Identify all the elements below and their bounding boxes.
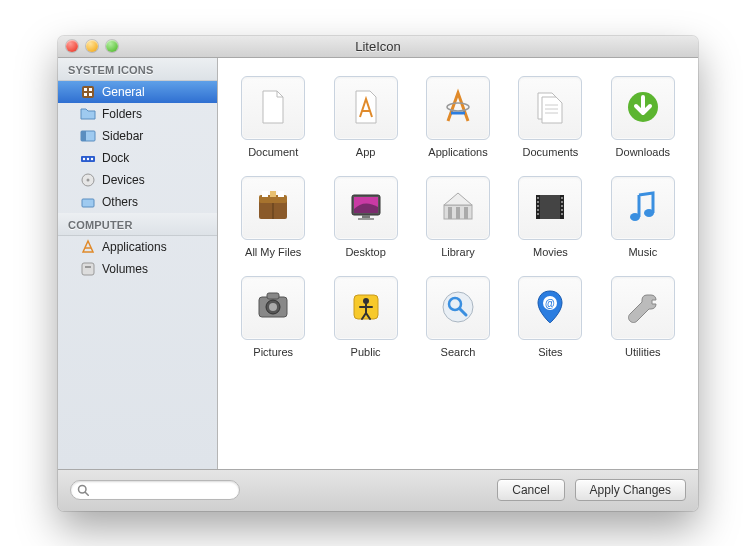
icon-cell-library: Library — [417, 176, 499, 258]
icon-grid: DocumentAppApplicationsDocumentsDownload… — [232, 76, 684, 358]
sidebar-item-label: Others — [102, 195, 138, 209]
apply-changes-button[interactable]: Apply Changes — [575, 479, 686, 501]
svg-point-8 — [83, 157, 85, 159]
svg-text:@: @ — [546, 298, 556, 309]
icon-well[interactable] — [426, 276, 490, 340]
icon-label: Search — [441, 346, 476, 358]
sidebar-item-dock[interactable]: Dock — [58, 147, 217, 169]
svg-point-19 — [447, 103, 469, 111]
icon-cell-utilities: Utilities — [602, 276, 684, 358]
others-icon — [80, 194, 96, 210]
svg-point-12 — [87, 178, 90, 181]
document-icon — [253, 87, 293, 129]
icon-label: Pictures — [253, 346, 293, 358]
icon-label: Movies — [533, 246, 568, 258]
icon-label: All My Files — [245, 246, 301, 258]
sidebar-item-label: Sidebar — [102, 129, 143, 143]
icon-well[interactable] — [334, 176, 398, 240]
svg-rect-26 — [262, 191, 268, 197]
svg-rect-33 — [358, 218, 374, 220]
sidebar-icon — [80, 128, 96, 144]
icon-label: Sites — [538, 346, 562, 358]
utilities-icon — [623, 287, 663, 329]
icon-well[interactable] — [241, 76, 305, 140]
icon-cell-public: Public — [324, 276, 406, 358]
svg-line-65 — [85, 492, 88, 495]
sidebar: SYSTEM ICONSGeneralFoldersSidebarDockDev… — [58, 58, 218, 469]
icon-label: Documents — [523, 146, 579, 158]
icon-well[interactable] — [241, 276, 305, 340]
sidebar-item-label: Volumes — [102, 262, 148, 276]
icon-well[interactable] — [334, 76, 398, 140]
folder-icon — [80, 106, 96, 122]
movies-icon — [530, 187, 570, 229]
svg-rect-16 — [85, 266, 91, 268]
sidebar-item-label: Applications — [102, 240, 167, 254]
search-icon — [77, 484, 89, 496]
sidebar-item-label: General — [102, 85, 145, 99]
svg-rect-42 — [537, 201, 539, 203]
sidebar-item-general[interactable]: General — [58, 81, 217, 103]
icon-well[interactable] — [241, 176, 305, 240]
search-big-icon — [438, 287, 478, 329]
icon-cell-documents: Documents — [509, 76, 591, 158]
icon-label: Applications — [428, 146, 487, 158]
applications-icon — [80, 239, 96, 255]
svg-rect-49 — [561, 209, 563, 211]
icon-label: Public — [351, 346, 381, 358]
app-window: LiteIcon SYSTEM ICONSGeneralFoldersSideb… — [58, 36, 698, 511]
dock-icon — [80, 150, 96, 166]
sidebar-section-header: SYSTEM ICONS — [58, 58, 217, 81]
svg-rect-3 — [84, 93, 87, 96]
icon-well[interactable]: @ — [518, 276, 582, 340]
icon-label: App — [356, 146, 376, 158]
sidebar-item-volumes[interactable]: Volumes — [58, 258, 217, 280]
svg-rect-45 — [537, 213, 539, 215]
icon-well[interactable] — [334, 276, 398, 340]
footer: Cancel Apply Changes — [58, 469, 698, 511]
volumes-icon — [80, 261, 96, 277]
sidebar-item-label: Dock — [102, 151, 129, 165]
sidebar-item-label: Folders — [102, 107, 142, 121]
sidebar-item-others[interactable]: Others — [58, 191, 217, 213]
svg-rect-13 — [82, 199, 94, 207]
documents-icon — [530, 87, 570, 129]
icon-well[interactable] — [426, 76, 490, 140]
icon-cell-sites: @Sites — [509, 276, 591, 358]
public-icon — [346, 287, 386, 329]
sidebar-item-sidebar[interactable]: Sidebar — [58, 125, 217, 147]
icon-label: Desktop — [345, 246, 385, 258]
cancel-button[interactable]: Cancel — [497, 479, 564, 501]
icon-well[interactable] — [518, 176, 582, 240]
icon-cell-desktop: Desktop — [324, 176, 406, 258]
sidebar-item-applications[interactable]: Applications — [58, 236, 217, 258]
music-icon — [623, 187, 663, 229]
sidebar-item-folders[interactable]: Folders — [58, 103, 217, 125]
svg-rect-2 — [89, 88, 92, 91]
svg-rect-37 — [464, 207, 468, 219]
svg-rect-54 — [267, 293, 279, 299]
icon-well[interactable] — [518, 76, 582, 140]
icon-label: Utilities — [625, 346, 660, 358]
general-icon — [80, 84, 96, 100]
allmyfiles-icon — [253, 187, 293, 229]
sidebar-section-header: COMPUTER — [58, 213, 217, 236]
applications-big-icon — [438, 87, 478, 129]
icon-well[interactable] — [611, 176, 675, 240]
icon-cell-document: Document — [232, 76, 314, 158]
window-body: SYSTEM ICONSGeneralFoldersSidebarDockDev… — [58, 58, 698, 469]
icon-well[interactable] — [611, 76, 675, 140]
svg-rect-47 — [561, 201, 563, 203]
devices-icon — [80, 172, 96, 188]
window-title: LiteIcon — [58, 39, 698, 54]
svg-point-51 — [630, 213, 640, 221]
sidebar-item-devices[interactable]: Devices — [58, 169, 217, 191]
icon-well[interactable] — [426, 176, 490, 240]
desktop-icon — [346, 187, 386, 229]
search-input[interactable] — [93, 484, 233, 496]
search-field-wrapper[interactable] — [70, 480, 240, 500]
icon-well[interactable] — [611, 276, 675, 340]
sites-icon: @ — [530, 287, 570, 329]
svg-rect-0 — [82, 86, 94, 98]
icon-label: Music — [628, 246, 657, 258]
